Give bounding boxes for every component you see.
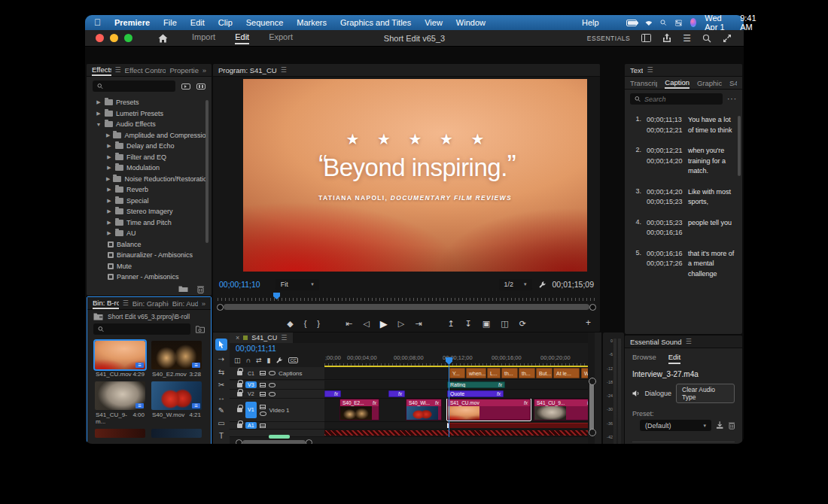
- panel-menu-icon[interactable]: ☰: [115, 66, 121, 74]
- quick-export-icon[interactable]: ☰: [683, 34, 691, 43]
- sequence-tab[interactable]: × S41_CU ☰: [230, 332, 293, 343]
- tab-bin-audio[interactable]: Bin: Audio: [172, 299, 198, 308]
- workspace-icon[interactable]: [641, 34, 651, 42]
- snap-magnet-icon[interactable]: ∩: [246, 357, 251, 364]
- graphic-clip-rating[interactable]: Ratingfx: [447, 381, 505, 388]
- tab-bin-broll[interactable]: Bin: B-roll: [93, 297, 119, 309]
- caption-item[interactable]: 3. 00;00;14;2000;00;15;23 Like with most…: [625, 182, 742, 213]
- tab-s4[interactable]: S4: [729, 79, 737, 87]
- go-to-in-icon[interactable]: ⇤: [346, 319, 352, 329]
- settings-wrench-icon[interactable]: [538, 281, 546, 289]
- sync-lock-icon[interactable]: [260, 383, 266, 387]
- bin-clip[interactable]: ☰ S40_W.mov4:21: [151, 381, 202, 425]
- sync-lock-icon[interactable]: [260, 424, 266, 428]
- bin-search-input[interactable]: [108, 326, 186, 333]
- tree-item[interactable]: ▶Filter and EQ: [91, 152, 209, 163]
- timeline-scrollbar[interactable]: [236, 439, 312, 444]
- track-label[interactable]: C1: [245, 370, 257, 377]
- type-tool[interactable]: T: [219, 432, 224, 440]
- tab-transcript[interactable]: Transcript: [630, 79, 657, 87]
- tab-export[interactable]: Export: [269, 32, 293, 44]
- control-center-icon[interactable]: [675, 19, 682, 27]
- lock-icon[interactable]: [237, 392, 242, 396]
- clip-thumbnail[interactable]: ☰: [95, 341, 145, 369]
- lock-icon[interactable]: [237, 424, 242, 428]
- add-marker-icon[interactable]: ◆: [287, 319, 293, 329]
- program-playhead[interactable]: [273, 293, 280, 299]
- refresh-icon[interactable]: ⟳: [519, 319, 526, 329]
- menu-markers[interactable]: Markers: [297, 18, 327, 27]
- clip-name[interactable]: S41_CU_9-m...: [96, 411, 132, 425]
- nest-icon[interactable]: ◫: [234, 357, 241, 364]
- audio-effects-badge-icon[interactable]: [196, 83, 205, 90]
- more-options-icon[interactable]: ···: [727, 95, 737, 103]
- slip-tool[interactable]: ↔: [218, 393, 225, 402]
- pen-tool[interactable]: ✎: [218, 406, 224, 414]
- clip-name[interactable]: S40_E2.mov: [152, 371, 187, 378]
- caption-item[interactable]: 2. 00;00;12;2100;00;14;20 when you're tr…: [625, 141, 742, 182]
- share-icon[interactable]: [662, 33, 671, 43]
- bin-breadcrumb[interactable]: Short Edit v65_3.prproj\B-roll: [108, 313, 190, 320]
- bin-clip[interactable]: ☰ S41_CU.mov4:29: [95, 341, 145, 378]
- wifi-icon[interactable]: [645, 19, 653, 27]
- button-editor-plus-icon[interactable]: +: [586, 317, 591, 328]
- tree-item[interactable]: ▼Audio Effects: [91, 119, 209, 130]
- delete-preset-icon[interactable]: [729, 421, 735, 430]
- caption-clip[interactable]: th...: [501, 368, 518, 378]
- menu-edit[interactable]: Edit: [190, 18, 205, 27]
- save-preset-icon[interactable]: [716, 421, 723, 430]
- sync-lock-icon[interactable]: [260, 405, 266, 409]
- audio-type-label[interactable]: Dialogue: [645, 390, 672, 397]
- audio-clip[interactable]: [447, 423, 588, 428]
- track-visibility-icon[interactable]: [269, 392, 275, 396]
- tree-item[interactable]: ▶Stereo Imagery: [91, 206, 209, 217]
- timeline-settings-wrench-icon[interactable]: [275, 357, 283, 364]
- graphic-clip[interactable]: fx: [324, 390, 341, 397]
- tree-item[interactable]: ▶Reverb: [91, 184, 209, 196]
- ripple-edit-tool[interactable]: ⇆: [218, 368, 224, 376]
- menu-app[interactable]: Premiere: [114, 18, 150, 27]
- tab-overflow-icon[interactable]: »: [202, 66, 206, 74]
- playback-resolution-dropdown[interactable]: 1/2▾: [499, 279, 532, 290]
- panel-menu-icon[interactable]: ☰: [281, 66, 287, 74]
- track-visibility-icon[interactable]: [269, 371, 275, 375]
- playhead-line[interactable]: [449, 365, 449, 437]
- clip-name[interactable]: S41_CU.mov: [96, 371, 132, 378]
- workspace-label[interactable]: ESSENTIALS: [587, 35, 630, 42]
- video-clip[interactable]: S40_E2...fx: [339, 399, 379, 421]
- lock-icon[interactable]: [237, 371, 242, 375]
- tab-import[interactable]: Import: [192, 32, 215, 44]
- comparison-view-icon[interactable]: ◫: [501, 319, 508, 329]
- lock-icon[interactable]: [237, 383, 242, 387]
- program-scrollbar[interactable]: [217, 303, 596, 311]
- menu-view[interactable]: View: [425, 18, 443, 27]
- play-button[interactable]: ▶: [380, 318, 388, 329]
- bin-clip-partial[interactable]: [151, 429, 202, 438]
- graphic-clip-quote[interactable]: Quotefx: [447, 390, 504, 397]
- video-clip-selected[interactable]: S41_CU.movfx: [447, 399, 531, 421]
- close-icon[interactable]: ×: [236, 334, 239, 342]
- clear-audio-type-button[interactable]: Clear Audio Type: [676, 384, 735, 403]
- graphic-clip[interactable]: fx: [388, 390, 405, 397]
- captions-search-input[interactable]: [644, 96, 718, 103]
- close-window-button[interactable]: [96, 34, 104, 42]
- lock-icon[interactable]: [237, 408, 242, 412]
- timeline-timecode[interactable]: 00;00;11;11: [236, 344, 276, 353]
- rectangle-tool[interactable]: ▭: [218, 419, 224, 427]
- linked-selection-icon[interactable]: ⇄: [256, 357, 262, 364]
- tab-edit[interactable]: Edit: [235, 32, 249, 44]
- panel-menu-icon[interactable]: ☰: [686, 338, 692, 345]
- clip-thumbnail[interactable]: ☰: [95, 381, 145, 410]
- menu-sequence[interactable]: Sequence: [246, 18, 284, 27]
- tab-bin-graphics[interactable]: Bin: Graphics: [132, 299, 169, 308]
- video-clip[interactable]: S41_CU_9...fx: [534, 399, 594, 421]
- program-video-frame[interactable]: ★ ★ ★ ★ ★ “Beyond inspiring.” TATIANA NA…: [243, 79, 587, 272]
- menu-help[interactable]: Help: [582, 18, 599, 27]
- siri-icon[interactable]: [690, 18, 696, 27]
- caption-clip[interactable]: L...: [487, 368, 501, 378]
- video-clip[interactable]: S40_Wi...fx: [406, 399, 442, 421]
- home-icon[interactable]: [158, 34, 168, 43]
- bin-filter-icon[interactable]: [196, 326, 205, 333]
- tree-item[interactable]: ▶Time and Pitch: [91, 217, 209, 229]
- delete-icon[interactable]: [197, 285, 204, 293]
